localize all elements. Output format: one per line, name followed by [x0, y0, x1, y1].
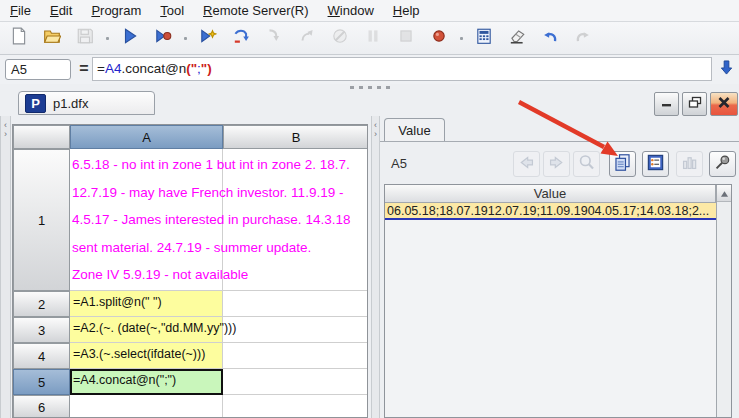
minimize-icon — [660, 95, 673, 113]
redo-button[interactable] — [571, 26, 595, 50]
cell-a3[interactable]: =A2.(~. (date(~,"dd.MM.yy"))) — [70, 317, 223, 343]
step-over-button[interactable] — [229, 26, 253, 50]
cell-b4[interactable] — [223, 343, 368, 369]
value-column-header[interactable]: Value — [385, 185, 716, 203]
cell-a1[interactable] — [70, 149, 223, 291]
menu-edit[interactable]: Edit — [50, 3, 72, 18]
formula-segment: A4 — [105, 61, 122, 76]
formula-input[interactable]: =A4.concat@n(";") — [92, 57, 712, 81]
menu-help[interactable]: Help — [393, 3, 420, 18]
drill-icon — [577, 153, 596, 176]
clear-button[interactable] — [505, 26, 529, 50]
scroll-up-button[interactable] — [717, 185, 731, 202]
back-button[interactable] — [513, 151, 540, 177]
pause-button[interactable] — [361, 26, 385, 50]
value-table: Value 06.05.18;18.07.1912.07.19;11.09.19… — [384, 184, 732, 418]
restore-button[interactable] — [682, 92, 707, 116]
value-scrollbar[interactable] — [716, 185, 731, 417]
cell-b5[interactable] — [223, 369, 368, 395]
new-file-icon — [10, 27, 28, 49]
run-button[interactable] — [118, 26, 142, 50]
forward-button[interactable] — [543, 151, 570, 177]
tab-bar: P p1.dfx — [0, 90, 739, 115]
clear-icon — [508, 27, 526, 49]
menu-file[interactable]: File — [10, 3, 31, 18]
debug-run-button[interactable] — [151, 26, 175, 50]
row-header-2[interactable]: 2 — [13, 291, 70, 317]
undo-button[interactable] — [538, 26, 562, 50]
pin-icon — [713, 153, 732, 176]
stop-button[interactable] — [394, 26, 418, 50]
tab-label: p1.dfx — [53, 96, 88, 111]
save-button[interactable] — [73, 26, 97, 50]
formula-segment: .concat@n — [121, 61, 186, 76]
corner-header[interactable] — [13, 125, 70, 149]
menu-tool[interactable]: Tool — [160, 3, 184, 18]
row-header-1[interactable]: 1 — [13, 149, 70, 291]
esproc-logo-icon: P — [25, 94, 46, 113]
pin-button[interactable] — [709, 151, 736, 177]
chart-button[interactable] — [676, 151, 703, 177]
row-header-3[interactable]: 3 — [13, 317, 70, 343]
row-header-6[interactable]: 6 — [13, 395, 70, 418]
expand-formula-button[interactable] — [716, 58, 737, 81]
formula-bar: A5 = =A4.concat@n(";") — [0, 55, 739, 84]
execute-cell-button[interactable] — [196, 26, 220, 50]
step-return-icon — [298, 27, 316, 49]
horizontal-splitter-handle[interactable] — [350, 86, 390, 89]
copy-icon — [613, 153, 632, 176]
menu-window[interactable]: Window — [328, 3, 374, 18]
main-toolbar — [0, 22, 739, 55]
execute-cell-icon — [199, 27, 217, 49]
cancel-icon — [331, 27, 349, 49]
menu-program[interactable]: Program — [91, 3, 141, 18]
panel-splitter-handle[interactable]: ‹› — [371, 116, 380, 418]
stop-icon — [397, 27, 415, 49]
scroll-up-icon — [720, 184, 729, 202]
display-options-button[interactable] — [642, 151, 669, 177]
tab-value[interactable]: Value — [384, 118, 445, 142]
spreadsheet-grid: A B 1 2 3 4 5 6 6.5.18 - no int in zone … — [12, 124, 368, 418]
value-panel-border — [380, 141, 739, 142]
menu-remote-server[interactable]: Remote Server(R) — [203, 3, 308, 18]
cell-a4[interactable]: =A3.(~.select(ifdate(~))) — [70, 343, 223, 369]
close-button[interactable] — [710, 92, 738, 116]
drill-button[interactable] — [573, 151, 600, 177]
cell-a6[interactable] — [70, 395, 223, 418]
equals-button[interactable]: = — [76, 58, 92, 80]
cancel-button[interactable] — [328, 26, 352, 50]
cell-b6[interactable] — [223, 395, 368, 418]
column-header-a[interactable]: A — [70, 125, 223, 149]
redo-icon — [574, 27, 592, 49]
debug-run-icon — [154, 27, 172, 49]
cell-a2[interactable]: =A1.split@n(" ") — [70, 291, 223, 317]
copy-button[interactable] — [609, 151, 636, 177]
cell-b1[interactable] — [223, 149, 368, 291]
calculate-button[interactable] — [472, 26, 496, 50]
step-into-button[interactable] — [262, 26, 286, 50]
column-header-b[interactable]: B — [223, 125, 368, 149]
minimize-button[interactable] — [654, 92, 679, 116]
cell-b2[interactable] — [223, 291, 368, 317]
cell-b3[interactable] — [223, 317, 368, 343]
open-file-button[interactable] — [40, 26, 64, 50]
toolbar-separator — [106, 37, 109, 40]
formula-segment: = — [97, 61, 105, 76]
menu-bar: File Edit Program Tool Remote Server(R) … — [0, 0, 739, 22]
new-file-button[interactable] — [7, 26, 31, 50]
breakpoint-button[interactable] — [427, 26, 451, 50]
step-return-button[interactable] — [295, 26, 319, 50]
cell-reference-input[interactable]: A5 — [5, 59, 71, 80]
row-header-4[interactable]: 4 — [13, 343, 70, 369]
close-icon — [717, 95, 731, 113]
cell-a5-selected[interactable]: =A4.concat@n(";") — [70, 369, 223, 395]
step-over-icon — [232, 27, 250, 49]
app-window: File Edit Program Tool Remote Server(R) … — [0, 0, 739, 418]
formula-segment: ) — [207, 61, 212, 76]
back-icon — [517, 153, 536, 176]
row-header-5[interactable]: 5 — [13, 369, 70, 395]
left-collapse-handle[interactable]: ‹› — [0, 116, 11, 418]
tab-p1-dfx[interactable]: P p1.dfx — [18, 91, 155, 115]
toolbar-separator — [460, 37, 463, 40]
value-row[interactable]: 06.05.18;18.07.1912.07.19;11.09.1904.05.… — [385, 203, 716, 220]
